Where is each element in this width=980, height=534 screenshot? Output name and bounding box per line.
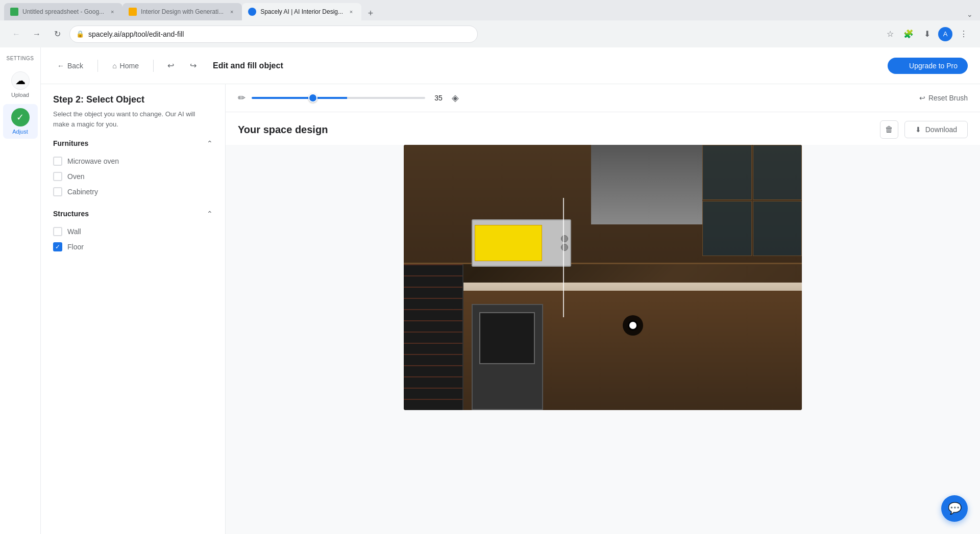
new-tab-button[interactable]: + bbox=[363, 6, 378, 20]
download-nav-button[interactable]: ⬇ bbox=[919, 26, 935, 42]
wall-label: Wall bbox=[67, 227, 81, 236]
tab-close-spacely[interactable]: × bbox=[347, 8, 355, 16]
microwave-knob bbox=[561, 235, 568, 242]
avatar: A bbox=[938, 27, 952, 41]
canvas-header: Your space design 🗑 ⬇ Download bbox=[226, 112, 980, 145]
microwave-knob-2 bbox=[561, 244, 568, 251]
structures-section: Structures ⌃ Wall ✓ Floor bbox=[53, 210, 213, 255]
back-nav-button[interactable]: ← bbox=[8, 26, 24, 42]
structures-title: Structures bbox=[53, 210, 89, 218]
range-hood bbox=[591, 145, 702, 224]
tab-label-spacely: Spacely AI | AI Interior Desig... bbox=[260, 8, 343, 15]
page-title: Edit and fill object bbox=[213, 61, 283, 70]
forward-nav-button[interactable]: → bbox=[29, 26, 45, 42]
redo-button[interactable]: ↪ bbox=[186, 59, 201, 73]
sidebar-item-adjust[interactable]: ✓ Adjust bbox=[3, 104, 38, 139]
brush-toolbar: ✏ 35 ◈ ↩ Reset Brush bbox=[226, 84, 980, 112]
url-text: spacely.ai/app/tool/edit-and-fill bbox=[88, 30, 184, 38]
tab-spacely[interactable]: Spacely AI | AI Interior Desig... × bbox=[242, 3, 361, 20]
adjust-label: Adjust bbox=[12, 129, 28, 135]
divider-2 bbox=[153, 60, 154, 72]
reset-brush-label: Reset Brush bbox=[928, 94, 968, 102]
back-button[interactable]: ← Back bbox=[53, 59, 87, 73]
tab-close-interior[interactable]: × bbox=[228, 8, 236, 16]
brush-slider-container bbox=[252, 97, 425, 99]
brush-icon: ✏ bbox=[238, 92, 246, 104]
kitchen-image[interactable] bbox=[404, 145, 802, 410]
back-label: Back bbox=[67, 62, 83, 70]
tab-interior[interactable]: Interior Design with Generati... × bbox=[122, 3, 242, 20]
chat-icon: 💬 bbox=[948, 502, 962, 515]
microwave-controls bbox=[544, 225, 568, 262]
oven-appliance bbox=[472, 304, 543, 410]
address-bar[interactable]: 🔒 spacely.ai/app/tool/edit-and-fill bbox=[69, 26, 478, 43]
reload-button[interactable]: ↻ bbox=[49, 26, 65, 42]
wall-checkbox[interactable] bbox=[53, 227, 62, 236]
reset-brush-button[interactable]: ↩ Reset Brush bbox=[919, 94, 968, 102]
tab-favicon-spacely bbox=[248, 8, 256, 16]
adjust-icon: ✓ bbox=[11, 108, 30, 126]
home-button[interactable]: ⌂ Home bbox=[108, 59, 143, 73]
furnitures-title: Furnitures bbox=[53, 139, 88, 147]
canvas-area: ✏ 35 ◈ ↩ Reset Brush Your space design 🗑… bbox=[226, 84, 980, 534]
list-item: Oven bbox=[53, 169, 213, 184]
tab-close-spreadsheet[interactable]: × bbox=[108, 8, 116, 16]
oven-window bbox=[479, 312, 535, 364]
glass-cabinet-door-3 bbox=[702, 201, 752, 256]
settings-label: SETTINGS bbox=[6, 56, 34, 61]
upgrade-button[interactable]: Upgrade to Pro bbox=[888, 58, 968, 74]
list-item: ✓ Floor bbox=[53, 239, 213, 255]
profile-button[interactable]: A bbox=[937, 26, 953, 42]
list-item: Wall bbox=[53, 224, 213, 239]
glass-cabinet-door-4 bbox=[753, 201, 802, 256]
chat-button[interactable]: 💬 bbox=[941, 495, 968, 522]
step-title: Step 2: Select Object bbox=[53, 94, 213, 105]
glass-cabinet-door-2 bbox=[753, 145, 802, 200]
microwave-label: Microwave oven bbox=[67, 157, 119, 165]
eraser-icon[interactable]: ◈ bbox=[452, 92, 459, 104]
brush-value: 35 bbox=[431, 94, 446, 102]
back-arrow-icon: ← bbox=[57, 62, 64, 70]
furnitures-toggle-icon: ⌃ bbox=[207, 139, 213, 147]
cabinetry-label: Cabinetry bbox=[67, 188, 98, 196]
selection-line bbox=[563, 198, 564, 317]
cabinetry-checkbox[interactable] bbox=[53, 187, 62, 196]
brush-size-slider[interactable] bbox=[252, 97, 425, 99]
tab-spreadsheet[interactable]: Untitled spreadsheet - Goog... × bbox=[4, 3, 122, 20]
delete-button[interactable]: 🗑 bbox=[880, 120, 898, 139]
microwave-screen bbox=[475, 225, 542, 262]
floor-checkbox[interactable]: ✓ bbox=[53, 242, 62, 251]
bookmark-button[interactable]: ☆ bbox=[882, 26, 898, 42]
image-container bbox=[226, 145, 980, 534]
upgrade-label: Upgrade to Pro bbox=[909, 62, 958, 70]
home-label: Home bbox=[120, 62, 139, 70]
tab-label-spreadsheet: Untitled spreadsheet - Goog... bbox=[22, 8, 104, 15]
sidebar-item-upload[interactable]: ☁ Upload bbox=[3, 67, 38, 102]
microwave-checkbox[interactable] bbox=[53, 157, 62, 166]
canvas-actions: 🗑 ⬇ Download bbox=[880, 120, 968, 139]
diamond-icon bbox=[896, 61, 906, 71]
settings-sidebar: SETTINGS ☁ Upload ✓ Adjust bbox=[0, 47, 41, 534]
upload-label: Upload bbox=[11, 92, 29, 98]
menu-button[interactable]: ⋮ bbox=[955, 26, 972, 42]
top-bar-actions: Upgrade to Pro bbox=[888, 58, 968, 74]
kitchen-scene bbox=[404, 145, 802, 410]
upload-icon: ☁ bbox=[11, 71, 30, 90]
top-bar: ← Back ⌂ Home ↩ ↪ Edit and fill object U… bbox=[41, 47, 980, 84]
reset-icon: ↩ bbox=[919, 94, 925, 102]
glass-cabinet-door-1 bbox=[702, 145, 752, 200]
space-title: Your space design bbox=[238, 124, 328, 136]
extension-button[interactable]: 🧩 bbox=[900, 26, 917, 42]
furnitures-section-header[interactable]: Furnitures ⌃ bbox=[53, 139, 213, 147]
tab-strip-overflow[interactable]: ⌄ bbox=[964, 8, 976, 20]
download-label: Download bbox=[925, 125, 957, 134]
undo-button[interactable]: ↩ bbox=[164, 59, 178, 73]
oven-checkbox[interactable] bbox=[53, 172, 62, 181]
download-icon: ⬇ bbox=[915, 125, 921, 134]
structures-section-header[interactable]: Structures ⌃ bbox=[53, 210, 213, 218]
glass-cabinets bbox=[702, 145, 802, 256]
lock-icon: 🔒 bbox=[76, 30, 84, 38]
tab-favicon-spreadsheet bbox=[10, 8, 18, 16]
download-button[interactable]: ⬇ Download bbox=[904, 121, 968, 138]
list-item: Microwave oven bbox=[53, 154, 213, 169]
